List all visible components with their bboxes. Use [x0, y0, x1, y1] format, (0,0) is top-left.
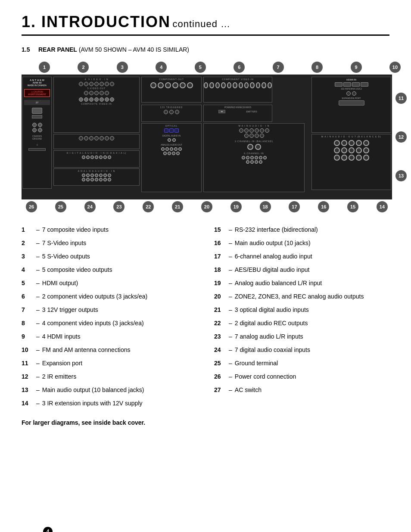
badge-13: 13	[395, 170, 407, 181]
footer-note: For larger diagrams, see inside back cov…	[22, 419, 389, 426]
badge-3: 3	[117, 62, 128, 73]
badge-20: 20	[201, 201, 212, 212]
list-item: 1 – 7 composite video inputs	[22, 225, 197, 234]
page-number: 4	[43, 527, 53, 532]
badge-11: 11	[395, 93, 407, 104]
badge-12: 12	[395, 131, 407, 143]
section-label: REAR PANEL	[38, 46, 77, 53]
badge-5: 5	[195, 62, 206, 73]
list-item: 14 – 3 IR extension inputs with 12V supp…	[22, 399, 197, 408]
list-item-ac-switch: 27 – AC switch	[214, 386, 389, 395]
badge-4: 4	[156, 62, 167, 73]
badge-9: 9	[351, 62, 362, 73]
list-item: 3 – 5 S-Video outputs	[22, 252, 197, 261]
list-item: 8 – 4 component video inputs (3 jacks/ea…	[22, 319, 197, 328]
badge-22: 22	[143, 201, 154, 212]
badge-2: 2	[78, 62, 89, 73]
badge-14: 14	[377, 201, 388, 212]
badge-6: 6	[234, 62, 245, 73]
list-item: 18 – AES/EBU digital audio input	[214, 265, 389, 274]
list-item: 6 – 2 component video outputs (3 jacks/e…	[22, 292, 197, 301]
badge-26: 26	[26, 201, 37, 212]
page-header: 1. INTRODUCTION continued …	[22, 13, 389, 36]
list-item: 11 – Expansion port	[22, 359, 197, 368]
bottom-number-badges: 26 25 24 23 22 21 20 19 18 17 16 15 14	[22, 201, 392, 212]
badge-8: 8	[311, 62, 323, 73]
list-item: 4 – 5 composite video outputs	[22, 265, 197, 274]
list-item: 5 – HDMI output)	[22, 279, 197, 288]
list-item: 23 – 7 analog audio L/R inputs	[214, 332, 389, 341]
list-item: 12 – 2 IR emitters	[22, 372, 197, 381]
badge-19: 19	[230, 201, 242, 212]
badge-17: 17	[289, 201, 300, 212]
items-section: 1 – 7 composite video inputs 2 – 7 S-Vid…	[22, 225, 389, 412]
list-item: 19 – Analog audio balanced L/R input	[214, 279, 389, 288]
list-item: 21 – 3 optical digital audio inputs	[214, 305, 389, 314]
list-item: 25 – Ground terminal	[214, 359, 389, 368]
list-item: 24 – 7 digital audio coaxial inputs	[214, 345, 389, 355]
list-item: 20 – ZONE2, ZONE3, and REC analog audio …	[214, 292, 389, 301]
badge-25: 25	[55, 201, 66, 212]
rear-panel-diagram: A N T H E MAVM 50MADE IN CANADA ⚠ CAUTIO…	[22, 75, 392, 199]
badge-16: 16	[318, 201, 329, 212]
badge-1: 1	[39, 62, 50, 73]
section-label-note: (AVM 50 shown – AVM 40 is similar)	[79, 46, 189, 53]
list-item: 16 – Main audio output (10 jacks)	[214, 239, 389, 248]
badge-15: 15	[347, 201, 358, 212]
items-right-col: 15 – RS-232 interface (bidirectional) 16…	[214, 225, 389, 412]
list-item: 13 – Main audio output (10 balanced jack…	[22, 386, 197, 395]
badge-10: 10	[389, 62, 401, 73]
items-left-col: 1 – 7 composite video inputs 2 – 7 S-Vid…	[22, 225, 197, 412]
list-item: 7 – 3 12V trigger outputs	[22, 305, 197, 314]
badge-23: 23	[113, 201, 125, 212]
list-item: 22 – 2 digital audio REC outputs	[214, 319, 389, 328]
badge-21: 21	[172, 201, 183, 212]
badge-18: 18	[260, 201, 271, 212]
list-item: 17 – 6-channel analog audio input	[214, 252, 389, 261]
section-number: 1.5	[22, 46, 30, 53]
list-item: 2 – 7 S-Video inputs	[22, 239, 197, 248]
top-number-badges: 1 2 3 4 5 6 7 8 9 10	[34, 62, 405, 73]
section-heading: 1.5 REAR PANEL (AVM 50 shown – AVM 40 is…	[22, 46, 389, 53]
list-item: 9 – 4 HDMI inputs	[22, 332, 197, 341]
list-item: 10 – FM and AM antenna connections	[22, 345, 197, 355]
list-item-power-cord: 26 – Power cord connection	[214, 372, 389, 381]
badge-24: 24	[84, 201, 96, 212]
page-subtitle: continued …	[172, 19, 230, 29]
badge-7: 7	[273, 62, 284, 73]
page-title: 1. INTRODUCTION	[22, 13, 171, 31]
list-item: 15 – RS-232 interface (bidirectional)	[214, 225, 389, 234]
